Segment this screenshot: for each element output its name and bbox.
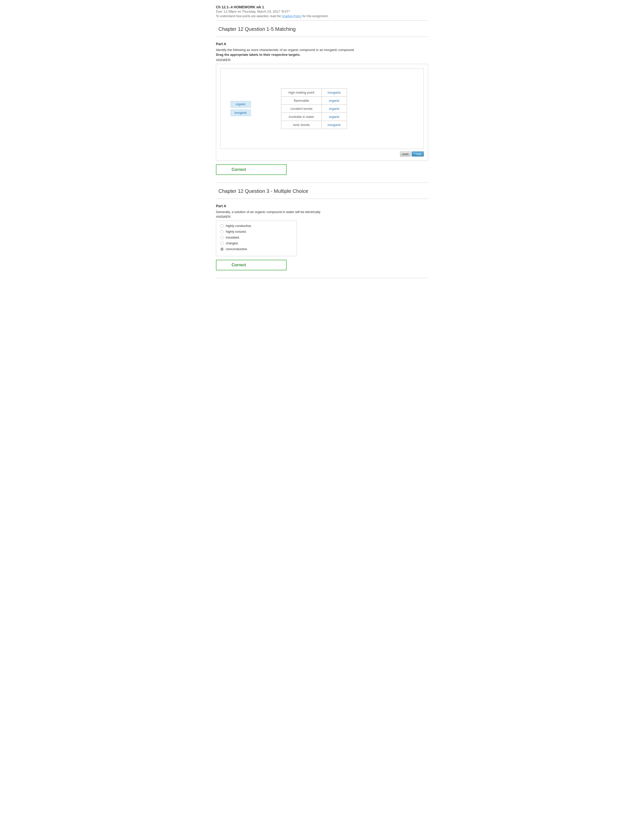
answer-cell: organic <box>322 113 347 121</box>
section1-correct-badge: Correct <box>216 164 287 175</box>
radio-5[interactable] <box>220 248 224 251</box>
matching-widget-outer: organic inorganic high melting point ino… <box>216 64 428 161</box>
section2-correct-badge: Correct <box>216 260 287 270</box>
section2-title: Chapter 12 Question 3 - Multiple Choice <box>216 185 428 196</box>
section1-divider <box>216 37 428 37</box>
table-row: insoluble in water organic <box>281 113 347 121</box>
mc-option-1[interactable]: highly conductive. <box>220 224 293 228</box>
drag-labels-container: organic inorganic <box>230 101 251 116</box>
matching-table: high melting point inorganic flammable o… <box>281 88 347 129</box>
section1-answer-label: ANSWER: <box>216 58 428 62</box>
property-cell: covalent bonds <box>281 105 322 113</box>
radio-3[interactable] <box>220 236 224 239</box>
section1-instruction: Drag the appropriate labels to their res… <box>216 53 428 56</box>
mc-option-3[interactable]: insulated. <box>220 235 293 239</box>
answer-cell: organic <box>322 105 347 113</box>
section2-question-text: Generally, a solution of an organic comp… <box>216 210 428 214</box>
mc-option-2-text: highly ionized. <box>226 230 246 233</box>
page-title: Ch 12.1-.4 HOMEWORK wk 1 <box>216 5 428 9</box>
section1-question-text: Identify the following as more character… <box>216 48 428 52</box>
mc-option-5-text: nonconductive. <box>226 247 248 251</box>
drag-label-inorganic[interactable]: inorganic <box>230 109 251 116</box>
answer-cell: organic <box>322 96 347 105</box>
table-row: high melting point inorganic <box>281 88 347 96</box>
mc-option-2[interactable]: highly ionized. <box>220 230 293 233</box>
section2-answer-label: ANSWER: <box>216 215 428 219</box>
drag-label-organic[interactable]: organic <box>230 101 251 108</box>
table-row: ionic bonds inorganic <box>281 121 347 129</box>
table-row: flammable organic <box>281 96 347 105</box>
multiple-choice-box: highly conductive. highly ionized. insul… <box>216 220 297 256</box>
reset-button[interactable]: reset <box>400 151 411 156</box>
answer-cell: inorganic <box>322 88 347 96</box>
table-row: covalent bonds organic <box>281 105 347 113</box>
help-button[interactable]: ? help <box>412 151 424 156</box>
mc-option-4[interactable]: charged. <box>220 241 293 245</box>
section1-part-a-label: Part A <box>216 42 428 46</box>
answer-cell: inorganic <box>322 121 347 129</box>
section1-title: Chapter 12 Question 1-5 Matching <box>216 23 428 34</box>
radio-2[interactable] <box>220 230 224 233</box>
due-date: Due: 11:59pm on Thursday, March 23, 2017… <box>216 10 428 13</box>
mc-option-3-text: insulated. <box>226 235 240 239</box>
property-cell: insoluble in water <box>281 113 322 121</box>
section2-top-divider <box>216 182 428 183</box>
radio-4[interactable] <box>220 241 224 245</box>
matching-widget-inner: organic inorganic high melting point ino… <box>220 68 424 149</box>
widget-footer: reset ? help <box>220 151 424 156</box>
section2-divider <box>216 199 428 199</box>
radio-1[interactable] <box>220 224 224 228</box>
section2-part-a-label: Part A <box>216 204 428 208</box>
property-cell: high melting point <box>281 88 322 96</box>
mc-option-4-text: charged. <box>226 241 239 245</box>
mc-option-1-text: highly conductive. <box>226 224 252 228</box>
page-header: Ch 12.1-.4 HOMEWORK wk 1 Due: 11:59pm on… <box>216 5 428 18</box>
grading-policy-link[interactable]: Grading Policy <box>282 14 301 18</box>
grading-policy-text: To understand how points are awarded, re… <box>216 14 428 18</box>
property-cell: flammable <box>281 96 322 105</box>
property-cell: ionic bonds <box>281 121 322 129</box>
mc-option-5[interactable]: nonconductive. <box>220 247 293 251</box>
